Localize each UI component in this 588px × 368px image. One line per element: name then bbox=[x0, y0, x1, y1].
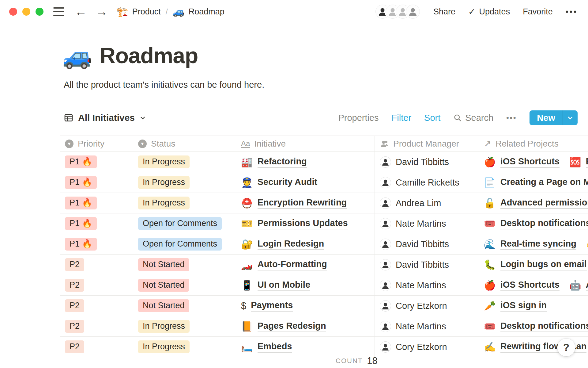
initiative-page-link[interactable]: Permissions Updates bbox=[258, 218, 348, 229]
priority-cell[interactable]: P2 bbox=[60, 296, 133, 316]
related-project-link[interactable]: 🆘Erro bbox=[569, 156, 588, 168]
favorite-button[interactable]: Favorite bbox=[523, 7, 553, 17]
new-button-label[interactable]: New bbox=[530, 110, 563, 125]
product-manager-cell[interactable]: Cory Etzkorn bbox=[375, 296, 479, 316]
related-projects-cell[interactable]: 📄Creating a Page on Mob bbox=[479, 172, 588, 193]
status-cell[interactable]: In Progress bbox=[133, 152, 236, 172]
related-projects-cell[interactable]: 🎟️Desktop notifications bbox=[479, 213, 588, 234]
help-button[interactable]: ? bbox=[557, 339, 575, 356]
initiative-cell[interactable]: $ Payments bbox=[236, 296, 375, 316]
initiative-page-link[interactable]: Pages Redesign bbox=[258, 321, 326, 332]
initiative-page-link[interactable]: Security Audit bbox=[258, 177, 318, 188]
status-cell[interactable]: Not Started bbox=[133, 255, 236, 275]
initiative-page-link[interactable]: Refactoring bbox=[258, 156, 307, 168]
related-project-link[interactable]: 📄Creating a Page on Mob bbox=[484, 177, 588, 188]
related-projects-cell[interactable]: 🔓Advanced permissions bbox=[479, 193, 588, 213]
priority-cell[interactable]: P1 🔥 bbox=[60, 234, 133, 254]
product-manager-cell[interactable]: Andrea Lim bbox=[375, 193, 479, 213]
initiative-page-link[interactable]: Encryption Rewriting bbox=[258, 197, 347, 209]
status-cell[interactable]: Open for Comments bbox=[133, 234, 236, 254]
updates-button[interactable]: ✓ Updates bbox=[468, 7, 510, 17]
status-cell[interactable]: In Progress bbox=[133, 193, 236, 213]
initiative-cell[interactable]: 🔐 Login Redesign bbox=[236, 234, 375, 254]
related-project-link[interactable]: 🍎iOS Shortcuts bbox=[484, 156, 560, 168]
initiative-cell[interactable]: 🏭 Refactoring bbox=[236, 152, 375, 172]
initiative-page-link[interactable]: Payments bbox=[251, 300, 293, 312]
related-projects-cell[interactable]: 🥕iOS sign in bbox=[479, 296, 588, 316]
product-manager-cell[interactable]: Nate Martins bbox=[375, 316, 479, 336]
related-projects-cell[interactable]: 🐛Login bugs on email🆘 bbox=[479, 255, 588, 275]
priority-cell[interactable]: P1 🔥 bbox=[60, 193, 133, 213]
column-header-related-projects[interactable]: ↗ Related Projects bbox=[479, 136, 588, 151]
initiative-page-link[interactable]: Auto-Formatting bbox=[258, 259, 327, 270]
related-project-link[interactable]: ✍️Rewriting flow bbox=[484, 341, 561, 353]
avatar[interactable] bbox=[406, 5, 420, 19]
new-button[interactable]: New bbox=[530, 110, 578, 125]
priority-cell[interactable]: P1 🔥 bbox=[60, 213, 133, 234]
product-manager-cell[interactable]: Nate Martins bbox=[375, 213, 479, 234]
more-options-icon[interactable]: ••• bbox=[566, 7, 578, 17]
initiative-cell[interactable]: 🎫 Permissions Updates bbox=[236, 213, 375, 234]
count-calculation[interactable]: COUNT 18 bbox=[336, 355, 378, 366]
initiative-page-link[interactable]: UI on Mobile bbox=[258, 280, 310, 291]
properties-button[interactable]: Properties bbox=[338, 113, 379, 123]
initiative-page-link[interactable]: Login Redesign bbox=[258, 239, 324, 250]
car-page-icon[interactable]: 🚙 bbox=[62, 44, 92, 68]
zoom-window-button[interactable] bbox=[36, 8, 43, 16]
status-cell[interactable]: Not Started bbox=[133, 296, 236, 316]
related-project-link[interactable]: 🎟️Desktop notifications bbox=[484, 218, 588, 229]
back-arrow-icon[interactable]: ← bbox=[75, 6, 87, 18]
initiative-cell[interactable]: 📙 Pages Redesign bbox=[236, 316, 375, 336]
product-manager-cell[interactable]: Camille Ricketts bbox=[375, 172, 479, 193]
close-window-button[interactable] bbox=[9, 8, 17, 16]
initiative-cell[interactable]: 📱 UI on Mobile bbox=[236, 275, 375, 295]
product-manager-cell[interactable]: David Tibbitts bbox=[375, 234, 479, 254]
related-project-link[interactable]: 🐛Login bugs on email bbox=[484, 259, 587, 270]
column-header-initiative[interactable]: Aa Initiative bbox=[236, 136, 375, 151]
page-description[interactable]: All the product team's initiatives can b… bbox=[64, 80, 264, 90]
filter-button[interactable]: Filter bbox=[392, 113, 411, 123]
status-cell[interactable]: In Progress bbox=[133, 316, 236, 336]
status-cell[interactable]: Open for Comments bbox=[133, 213, 236, 234]
status-cell[interactable]: Not Started bbox=[133, 275, 236, 295]
priority-cell[interactable]: P1 🔥 bbox=[60, 152, 133, 172]
priority-cell[interactable]: P2 bbox=[60, 255, 133, 275]
minimize-window-button[interactable] bbox=[22, 8, 30, 16]
product-manager-cell[interactable]: David Tibbitts bbox=[375, 255, 479, 275]
view-switcher[interactable]: All Initiatives bbox=[60, 113, 146, 123]
view-more-options-icon[interactable]: ••• bbox=[506, 113, 517, 122]
related-projects-cell[interactable]: 🌊Real-time syncing✍️ bbox=[479, 234, 588, 254]
initiative-page-link[interactable]: Embeds bbox=[258, 341, 292, 353]
initiative-cell[interactable]: 👮 Security Audit bbox=[236, 172, 375, 193]
breadcrumb-item-roadmap[interactable]: 🚙 Roadmap bbox=[173, 7, 224, 17]
related-projects-cell[interactable]: 🍎iOS Shortcuts🤖And bbox=[479, 275, 588, 295]
related-project-link[interactable]: 🔓Advanced permissions bbox=[484, 197, 588, 209]
priority-cell[interactable]: P2 bbox=[60, 316, 133, 336]
search-button[interactable]: Search bbox=[453, 113, 493, 123]
page-title[interactable]: Roadmap bbox=[100, 44, 198, 68]
priority-cell[interactable]: P2 bbox=[60, 275, 133, 295]
related-projects-cell[interactable]: 🎟️Desktop notifications bbox=[479, 316, 588, 336]
column-header-product-manager[interactable]: Product Manager bbox=[375, 136, 479, 151]
forward-arrow-icon[interactable]: → bbox=[96, 6, 108, 18]
product-manager-cell[interactable]: David Tibbitts bbox=[375, 152, 479, 172]
priority-cell[interactable]: P1 🔥 bbox=[60, 172, 133, 193]
related-project-link[interactable]: 🍎iOS Shortcuts bbox=[484, 280, 560, 291]
related-project-link[interactable]: ✍️ bbox=[586, 240, 588, 249]
related-project-link[interactable]: 🤖And bbox=[569, 280, 588, 291]
related-project-link[interactable]: 🌊Real-time syncing bbox=[484, 239, 576, 250]
share-button[interactable]: Share bbox=[433, 7, 455, 17]
sidebar-menu-icon[interactable] bbox=[53, 7, 64, 16]
column-header-status[interactable]: ▼ Status bbox=[133, 136, 236, 151]
column-header-priority[interactable]: ▼ Priority bbox=[60, 136, 133, 151]
initiative-cell[interactable]: ⛑️ Encryption Rewriting bbox=[236, 193, 375, 213]
new-dropdown-button[interactable] bbox=[563, 110, 578, 125]
sort-button[interactable]: Sort bbox=[424, 113, 440, 123]
related-projects-cell[interactable]: 🍎iOS Shortcuts🆘Erro bbox=[479, 152, 588, 172]
initiative-cell[interactable]: 🏎️ Auto-Formatting bbox=[236, 255, 375, 275]
product-manager-cell[interactable]: Nate Martins bbox=[375, 275, 479, 295]
breadcrumb-item-product[interactable]: 🏗️ Product bbox=[116, 7, 161, 17]
status-cell[interactable]: In Progress bbox=[133, 172, 236, 193]
related-project-link[interactable]: 🎟️Desktop notifications bbox=[484, 321, 588, 332]
related-project-link[interactable]: 🥕iOS sign in bbox=[484, 300, 547, 312]
